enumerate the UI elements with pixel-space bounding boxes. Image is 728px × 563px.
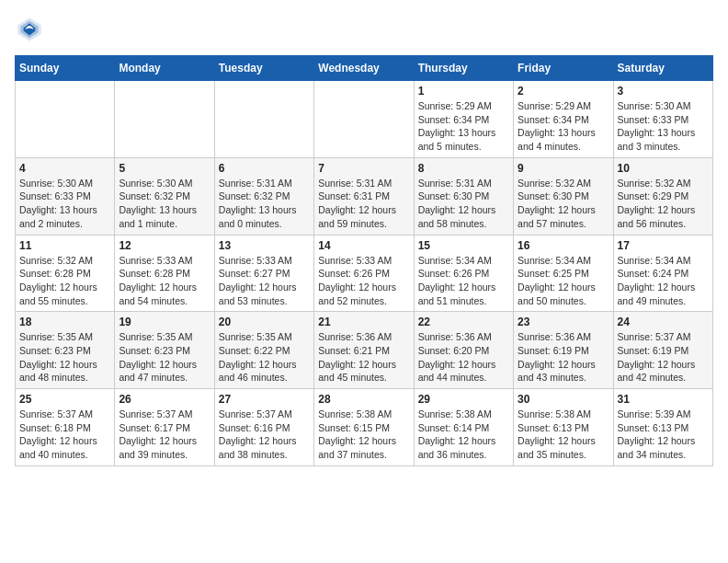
day-info: Sunrise: 5:30 AM Sunset: 6:32 PM Dayligh… — [119, 177, 210, 231]
weekday-header: Monday — [115, 56, 214, 81]
calendar-cell: 9Sunrise: 5:32 AM Sunset: 6:30 PM Daylig… — [514, 157, 613, 235]
day-info: Sunrise: 5:29 AM Sunset: 6:34 PM Dayligh… — [418, 99, 509, 154]
calendar-cell: 26Sunrise: 5:37 AM Sunset: 6:17 PM Dayli… — [115, 389, 214, 466]
day-info: Sunrise: 5:32 AM Sunset: 6:29 PM Dayligh… — [618, 177, 709, 231]
calendar-cell — [214, 81, 313, 158]
day-number: 3 — [618, 85, 709, 98]
day-info: Sunrise: 5:32 AM Sunset: 6:30 PM Dayligh… — [518, 177, 609, 231]
calendar-cell: 24Sunrise: 5:37 AM Sunset: 6:19 PM Dayli… — [613, 312, 712, 389]
day-number: 28 — [318, 393, 409, 406]
day-info: Sunrise: 5:30 AM Sunset: 6:33 PM Dayligh… — [19, 177, 110, 231]
calendar-cell: 4Sunrise: 5:30 AM Sunset: 6:33 PM Daylig… — [16, 157, 115, 235]
day-number: 19 — [119, 316, 210, 328]
calendar-cell: 17Sunrise: 5:34 AM Sunset: 6:24 PM Dayli… — [613, 235, 712, 312]
day-info: Sunrise: 5:39 AM Sunset: 6:13 PM Dayligh… — [618, 408, 709, 462]
day-info: Sunrise: 5:36 AM Sunset: 6:21 PM Dayligh… — [318, 330, 409, 385]
weekday-header: Thursday — [414, 56, 513, 81]
calendar-cell: 16Sunrise: 5:34 AM Sunset: 6:25 PM Dayli… — [514, 235, 613, 312]
day-info: Sunrise: 5:31 AM Sunset: 6:30 PM Dayligh… — [418, 177, 509, 231]
day-number: 5 — [119, 162, 210, 175]
day-info: Sunrise: 5:37 AM Sunset: 6:17 PM Dayligh… — [119, 408, 210, 462]
day-number: 21 — [318, 316, 409, 328]
day-info: Sunrise: 5:37 AM Sunset: 6:16 PM Dayligh… — [219, 408, 310, 462]
page-header — [15, 15, 713, 44]
day-number: 23 — [518, 316, 609, 328]
weekday-header: Friday — [514, 56, 613, 81]
calendar-cell: 19Sunrise: 5:35 AM Sunset: 6:23 PM Dayli… — [115, 312, 214, 389]
day-number: 8 — [418, 162, 509, 175]
calendar-cell: 29Sunrise: 5:38 AM Sunset: 6:14 PM Dayli… — [414, 389, 513, 466]
day-info: Sunrise: 5:35 AM Sunset: 6:22 PM Dayligh… — [219, 330, 310, 385]
weekday-header: Saturday — [613, 56, 712, 81]
calendar-cell: 15Sunrise: 5:34 AM Sunset: 6:26 PM Dayli… — [414, 235, 513, 312]
day-info: Sunrise: 5:33 AM Sunset: 6:27 PM Dayligh… — [219, 254, 310, 308]
day-info: Sunrise: 5:31 AM Sunset: 6:32 PM Dayligh… — [219, 177, 310, 231]
calendar-cell: 21Sunrise: 5:36 AM Sunset: 6:21 PM Dayli… — [314, 312, 414, 389]
day-info: Sunrise: 5:35 AM Sunset: 6:23 PM Dayligh… — [19, 330, 110, 385]
day-number: 15 — [418, 239, 509, 252]
day-info: Sunrise: 5:31 AM Sunset: 6:31 PM Dayligh… — [318, 177, 409, 231]
logo-icon — [15, 15, 44, 44]
calendar-cell: 12Sunrise: 5:33 AM Sunset: 6:28 PM Dayli… — [115, 235, 214, 312]
day-number: 1 — [418, 85, 509, 98]
calendar-cell: 20Sunrise: 5:35 AM Sunset: 6:22 PM Dayli… — [214, 312, 313, 389]
calendar-cell: 28Sunrise: 5:38 AM Sunset: 6:15 PM Dayli… — [314, 389, 414, 466]
day-number: 29 — [418, 393, 509, 406]
day-info: Sunrise: 5:34 AM Sunset: 6:24 PM Dayligh… — [618, 254, 709, 308]
day-number: 25 — [19, 393, 110, 406]
day-number: 26 — [119, 393, 210, 406]
calendar-cell: 10Sunrise: 5:32 AM Sunset: 6:29 PM Dayli… — [613, 157, 712, 235]
calendar-cell: 18Sunrise: 5:35 AM Sunset: 6:23 PM Dayli… — [16, 312, 115, 389]
day-number: 18 — [19, 316, 110, 328]
day-info: Sunrise: 5:30 AM Sunset: 6:33 PM Dayligh… — [618, 99, 709, 154]
day-info: Sunrise: 5:38 AM Sunset: 6:14 PM Dayligh… — [418, 408, 509, 462]
calendar-cell: 31Sunrise: 5:39 AM Sunset: 6:13 PM Dayli… — [613, 389, 712, 466]
day-info: Sunrise: 5:34 AM Sunset: 6:25 PM Dayligh… — [518, 254, 609, 308]
calendar: SundayMondayTuesdayWednesdayThursdayFrid… — [15, 55, 713, 466]
day-number: 20 — [219, 316, 310, 328]
day-info: Sunrise: 5:37 AM Sunset: 6:18 PM Dayligh… — [19, 408, 110, 462]
day-number: 30 — [518, 393, 609, 406]
day-info: Sunrise: 5:36 AM Sunset: 6:19 PM Dayligh… — [518, 330, 609, 385]
day-number: 12 — [119, 239, 210, 252]
calendar-cell: 2Sunrise: 5:29 AM Sunset: 6:34 PM Daylig… — [514, 81, 613, 158]
day-number: 13 — [219, 239, 310, 252]
day-number: 14 — [318, 239, 409, 252]
day-info: Sunrise: 5:33 AM Sunset: 6:28 PM Dayligh… — [119, 254, 210, 308]
calendar-cell — [314, 81, 414, 158]
calendar-cell: 23Sunrise: 5:36 AM Sunset: 6:19 PM Dayli… — [514, 312, 613, 389]
calendar-header: SundayMondayTuesdayWednesdayThursdayFrid… — [16, 56, 713, 81]
calendar-cell: 3Sunrise: 5:30 AM Sunset: 6:33 PM Daylig… — [613, 81, 712, 158]
calendar-cell: 5Sunrise: 5:30 AM Sunset: 6:32 PM Daylig… — [115, 157, 214, 235]
calendar-cell: 8Sunrise: 5:31 AM Sunset: 6:30 PM Daylig… — [414, 157, 513, 235]
logo — [15, 15, 48, 44]
day-number: 10 — [618, 162, 709, 175]
day-info: Sunrise: 5:38 AM Sunset: 6:15 PM Dayligh… — [318, 408, 409, 462]
day-number: 31 — [618, 393, 709, 406]
calendar-cell: 25Sunrise: 5:37 AM Sunset: 6:18 PM Dayli… — [16, 389, 115, 466]
day-info: Sunrise: 5:34 AM Sunset: 6:26 PM Dayligh… — [418, 254, 509, 308]
day-number: 27 — [219, 393, 310, 406]
calendar-cell: 11Sunrise: 5:32 AM Sunset: 6:28 PM Dayli… — [16, 235, 115, 312]
day-number: 11 — [19, 239, 110, 252]
calendar-cell: 1Sunrise: 5:29 AM Sunset: 6:34 PM Daylig… — [414, 81, 513, 158]
day-info: Sunrise: 5:33 AM Sunset: 6:26 PM Dayligh… — [318, 254, 409, 308]
calendar-cell: 7Sunrise: 5:31 AM Sunset: 6:31 PM Daylig… — [314, 157, 414, 235]
calendar-cell: 22Sunrise: 5:36 AM Sunset: 6:20 PM Dayli… — [414, 312, 513, 389]
day-info: Sunrise: 5:32 AM Sunset: 6:28 PM Dayligh… — [19, 254, 110, 308]
calendar-cell: 14Sunrise: 5:33 AM Sunset: 6:26 PM Dayli… — [314, 235, 414, 312]
day-number: 2 — [518, 85, 609, 98]
day-number: 24 — [618, 316, 709, 328]
weekday-header: Wednesday — [314, 56, 414, 81]
day-number: 9 — [518, 162, 609, 175]
calendar-cell: 27Sunrise: 5:37 AM Sunset: 6:16 PM Dayli… — [214, 389, 313, 466]
day-info: Sunrise: 5:37 AM Sunset: 6:19 PM Dayligh… — [618, 330, 709, 385]
day-number: 4 — [19, 162, 110, 175]
day-number: 7 — [318, 162, 409, 175]
day-number: 16 — [518, 239, 609, 252]
weekday-header: Tuesday — [214, 56, 313, 81]
day-number: 6 — [219, 162, 310, 175]
day-info: Sunrise: 5:38 AM Sunset: 6:13 PM Dayligh… — [518, 408, 609, 462]
calendar-cell: 6Sunrise: 5:31 AM Sunset: 6:32 PM Daylig… — [214, 157, 313, 235]
day-number: 17 — [618, 239, 709, 252]
